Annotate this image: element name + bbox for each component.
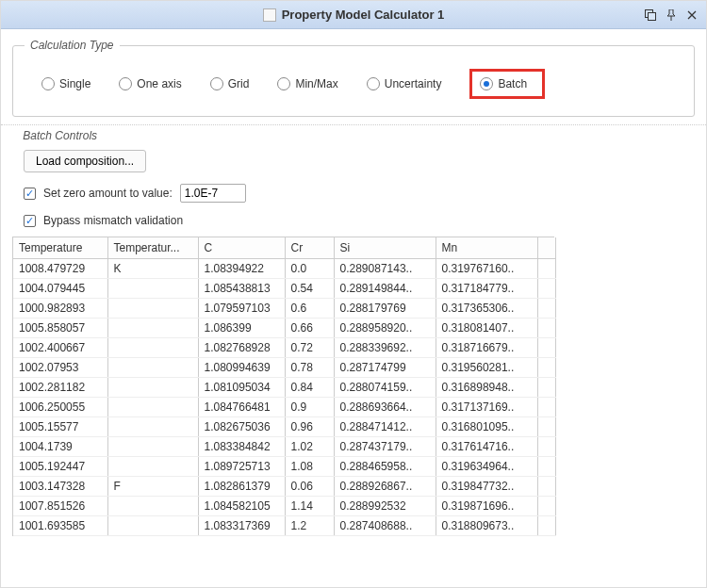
close-icon[interactable]: [685, 8, 699, 22]
table-cell[interactable]: 0.288992532: [334, 496, 436, 515]
table-cell[interactable]: 0.287437179..: [334, 436, 436, 456]
table-cell[interactable]: 0.316801095..: [436, 416, 537, 436]
table-cell[interactable]: [107, 298, 198, 318]
table-row[interactable]: 1004.17391.0833848421.020.287437179..0.3…: [13, 436, 555, 456]
table-cell[interactable]: 1007.851526: [13, 496, 107, 515]
table-cell[interactable]: 1003.147328: [13, 476, 107, 496]
table-cell[interactable]: 1005.858057: [13, 318, 107, 337]
table-cell[interactable]: 1.084582105: [198, 496, 285, 515]
table-cell[interactable]: 0.9: [285, 397, 334, 416]
table-cell[interactable]: 0.288958920..: [334, 318, 436, 337]
radio-one-axis[interactable]: One axis: [119, 77, 181, 90]
col-header[interactable]: Temperature: [13, 237, 107, 258]
table-cell[interactable]: 0.316898948..: [436, 377, 537, 397]
table-row[interactable]: 1002.079531.0809946390.780.2871747990.31…: [13, 357, 555, 377]
table-cell[interactable]: 1.083384842: [198, 436, 285, 456]
table-row[interactable]: 1002.2811821.0810950340.840.288074159..0…: [13, 377, 555, 397]
table-cell[interactable]: 0.317365306..: [436, 298, 537, 318]
table-cell[interactable]: 1008.479729: [13, 258, 107, 278]
table-cell[interactable]: [107, 397, 198, 416]
table-cell[interactable]: 1.084766481: [198, 397, 285, 416]
table-cell[interactable]: 0.289149844..: [334, 278, 436, 298]
col-header[interactable]: Temperatur...: [107, 237, 198, 258]
table-cell[interactable]: 0.288179769: [334, 298, 436, 318]
table-cell[interactable]: 0.319767160..: [436, 258, 537, 278]
table-cell[interactable]: 1000.982893: [13, 298, 107, 318]
table-cell[interactable]: 0.317137169..: [436, 397, 537, 416]
table-cell[interactable]: 1.089725713: [198, 456, 285, 476]
table-cell[interactable]: 0.06: [285, 476, 334, 496]
checkbox-bypass[interactable]: ✓: [24, 215, 36, 227]
table-cell[interactable]: [107, 496, 198, 515]
table-cell[interactable]: 1.085438813: [198, 278, 285, 298]
table-row[interactable]: 1005.8580571.0863990.660.288958920..0.31…: [13, 318, 555, 337]
table-cell[interactable]: 1.082768928: [198, 337, 285, 357]
table-cell[interactable]: 1.080994639: [198, 357, 285, 377]
table-cell[interactable]: [107, 318, 198, 337]
table-cell[interactable]: 0.289087143..: [334, 258, 436, 278]
radio-minmax[interactable]: Min/Max: [277, 77, 337, 90]
table-cell[interactable]: 0.0: [285, 258, 334, 278]
table-cell[interactable]: 1.081095034: [198, 377, 285, 397]
table-cell[interactable]: 1005.192447: [13, 456, 107, 476]
radio-batch[interactable]: Batch: [480, 77, 527, 90]
table-cell[interactable]: 1.02: [285, 436, 334, 456]
table-cell[interactable]: [107, 278, 198, 298]
table-cell[interactable]: 0.6: [285, 298, 334, 318]
table-cell[interactable]: 1.086399: [198, 318, 285, 337]
table-cell[interactable]: 1.082861379: [198, 476, 285, 496]
table-cell[interactable]: 0.96: [285, 416, 334, 436]
table-cell[interactable]: 1002.07953: [13, 357, 107, 377]
table-cell[interactable]: 0.317184779..: [436, 278, 537, 298]
table-row[interactable]: 1007.8515261.0845821051.140.2889925320.3…: [13, 496, 555, 515]
radio-grid[interactable]: Grid: [210, 77, 250, 90]
table-cell[interactable]: [107, 456, 198, 476]
table-row[interactable]: 1003.147328F1.0828613790.060.288926867..…: [13, 476, 555, 496]
table-cell[interactable]: 0.318081407..: [436, 318, 537, 337]
table-cell[interactable]: 0.84: [285, 377, 334, 397]
col-header[interactable]: Mn: [436, 237, 537, 258]
table-cell[interactable]: 0.317614716..: [436, 436, 537, 456]
table-cell[interactable]: [107, 416, 198, 436]
table-cell[interactable]: 1002.281182: [13, 377, 107, 397]
col-header[interactable]: Cr: [285, 237, 334, 258]
set-zero-input[interactable]: [180, 184, 246, 203]
table-cell[interactable]: 0.72: [285, 337, 334, 357]
table-cell[interactable]: 1002.400667: [13, 337, 107, 357]
radio-uncertainty[interactable]: Uncertainty: [367, 77, 442, 90]
table-cell[interactable]: 0.287408688..: [334, 515, 436, 535]
table-cell[interactable]: 0.319634964..: [436, 456, 537, 476]
table-cell[interactable]: 1.14: [285, 496, 334, 515]
table-cell[interactable]: 0.319847732..: [436, 476, 537, 496]
table-row[interactable]: 1004.0794451.0854388130.540.289149844..0…: [13, 278, 555, 298]
table-row[interactable]: 1005.155771.0826750360.960.288471412..0.…: [13, 416, 555, 436]
table-cell[interactable]: 0.288465958..: [334, 456, 436, 476]
col-header[interactable]: Si: [334, 237, 436, 258]
table-cell[interactable]: 0.288693664..: [334, 397, 436, 416]
table-cell[interactable]: 0.288471412..: [334, 416, 436, 436]
table-cell[interactable]: 1.2: [285, 515, 334, 535]
table-cell[interactable]: [107, 337, 198, 357]
table-cell[interactable]: 0.288926867..: [334, 476, 436, 496]
table-cell[interactable]: [107, 377, 198, 397]
table-row[interactable]: 1002.4006671.0827689280.720.288339692..0…: [13, 337, 555, 357]
table-row[interactable]: 1000.9828931.0795971030.60.2881797690.31…: [13, 298, 555, 318]
table-cell[interactable]: 1004.1739: [13, 436, 107, 456]
table-cell[interactable]: 0.288074159..: [334, 377, 436, 397]
pin-icon[interactable]: [665, 8, 678, 22]
table-cell[interactable]: 1006.250055: [13, 397, 107, 416]
table-cell[interactable]: 1.08: [285, 456, 334, 476]
table-cell[interactable]: 1.082675036: [198, 416, 285, 436]
table-cell[interactable]: 1.083317369: [198, 515, 285, 535]
table-cell[interactable]: 1.079597103: [198, 298, 285, 318]
table-row[interactable]: 1005.1924471.0897257131.080.288465958..0…: [13, 456, 555, 476]
table-cell[interactable]: F: [107, 476, 198, 496]
radio-single[interactable]: Single: [41, 77, 90, 90]
table-cell[interactable]: 1005.15577: [13, 416, 107, 436]
table-cell[interactable]: 0.318809673..: [436, 515, 537, 535]
table-cell[interactable]: 0.318716679..: [436, 337, 537, 357]
table-row[interactable]: 1006.2500551.0847664810.90.288693664..0.…: [13, 397, 555, 416]
table-cell[interactable]: 1004.079445: [13, 278, 107, 298]
checkbox-set-zero[interactable]: ✓: [24, 188, 36, 200]
table-row[interactable]: 1008.479729K1.083949220.00.289087143..0.…: [13, 258, 555, 278]
